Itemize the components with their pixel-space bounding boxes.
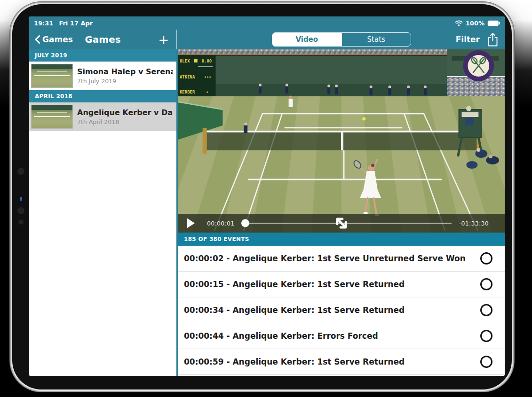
list-item-match-selected[interactable]: Angelique Kerber v Daria Ka… 7th April 2… [29,102,176,131]
svg-text:ATKINA: ATKINA [180,75,195,79]
add-game-button[interactable]: + [158,33,169,46]
video-controls: 00:00:01 -01:33:30 [178,214,505,233]
page-background: { "status_bar": { "time": "19:31", "date… [0,0,532,397]
section-header-july-2019: JULY 2019 [29,49,176,62]
front-camera [18,219,24,225]
svg-text:KERBER: KERBER [180,90,195,94]
event-label: 00:00:15 - Angelique Kerber: 1st Serve R… [184,280,480,289]
sidebar-header: Games Games + [29,30,176,49]
filter-button[interactable]: Filter [456,35,480,44]
wifi-icon [455,20,463,26]
main-toolbar: Video Stats Filter [178,30,505,49]
section-header-label: APRIL 2018 [35,93,72,100]
bezel-dot [20,197,22,201]
bezel-dot [17,207,24,214]
wimbledon-logo-icon [465,53,492,79]
match-meta: Angelique Kerber v Daria Ka… 7th April 2… [77,108,173,125]
tab-video[interactable]: Video [272,33,341,46]
match-date: 7th July 2019 [77,78,173,85]
event-select-circle[interactable] [480,356,492,368]
match-title: Simona Halep v Serena Willi… [77,67,173,76]
video-player[interactable]: OLEX 0.00 ATKINA KERBER [178,49,505,233]
ball-boy [244,123,247,133]
status-date: Fri 17 Apr [59,20,93,27]
app-screen: 19:31 Fri 17 Apr 100% [29,16,505,376]
tennis-court-frame: OLEX 0.00 ATKINA KERBER [178,49,505,233]
event-row[interactable]: 00:00:15 - Angelique Kerber: 1st Serve R… [178,272,505,297]
chevron-left-icon [35,35,40,44]
list-item-match[interactable]: Simona Halep v Serena Willi… 7th July 20… [29,62,176,90]
tab-stats[interactable]: Stats [341,33,411,46]
match-thumbnail [31,105,73,129]
games-sidebar: Games Games + JULY 2019 Simona Halep v S… [29,30,178,376]
main-panel: Video Stats Filter [178,30,505,376]
event-row[interactable]: 00:00:44 - Angelique Kerber: Errors Forc… [178,323,505,349]
match-date: 7th April 2018 [77,118,173,125]
match-meta: Simona Halep v Serena Willi… 7th July 20… [77,67,173,85]
event-row[interactable]: 00:00:34 - Angelique Kerber: 1st Serve R… [178,297,505,323]
battery-icon [487,20,500,26]
share-icon[interactable] [487,32,499,47]
tennis-ball [362,117,365,121]
battery-percent: 100% [466,20,484,27]
status-bar: 19:31 Fri 17 Apr 100% [29,16,505,30]
event-select-circle[interactable] [480,304,492,316]
match-thumbnail [31,64,73,88]
tablet-frame: 19:31 Fri 17 Apr 100% [12,4,512,389]
event-row[interactable]: 00:00:59 - Angelique Kerber: 1st Serve R… [178,349,505,375]
event-row[interactable]: 00:00:02 - Angelique Kerber: 1st Serve U… [178,246,505,272]
match-title: Angelique Kerber v Daria Ka… [77,108,173,117]
event-select-circle[interactable] [480,252,492,265]
svg-text:0.00: 0.00 [202,59,212,63]
event-select-circle[interactable] [480,278,492,290]
back-button-label: Games [42,35,73,44]
event-label: 00:00:34 - Angelique Kerber: 1st Serve R… [184,305,480,315]
sidebar-empty-area [29,131,176,376]
section-header-label: JULY 2019 [35,52,67,59]
event-label: 00:00:02 - Angelique Kerber: 1st Serve U… [184,254,480,263]
video-stats-segmented-control: Video Stats [272,32,411,47]
events-count-label: 185 OF 380 EVENTS [184,236,249,242]
status-time: 19:31 [34,20,53,27]
event-label: 00:00:44 - Angelique Kerber: Errors Forc… [184,331,480,341]
bezel-dot [17,168,24,175]
sidebar-title: Games [85,34,120,45]
scoreboard: OLEX 0.00 ATKINA KERBER [178,55,216,101]
svg-text:OLEX: OLEX [180,59,190,63]
section-header-april-2018: APRIL 2018 [29,90,176,102]
event-label: 00:00:59 - Angelique Kerber: 1st Serve R… [184,357,480,366]
events-count-header: 185 OF 380 EVENTS [178,233,505,246]
back-button[interactable]: Games [35,35,73,44]
event-select-circle[interactable] [480,330,492,342]
